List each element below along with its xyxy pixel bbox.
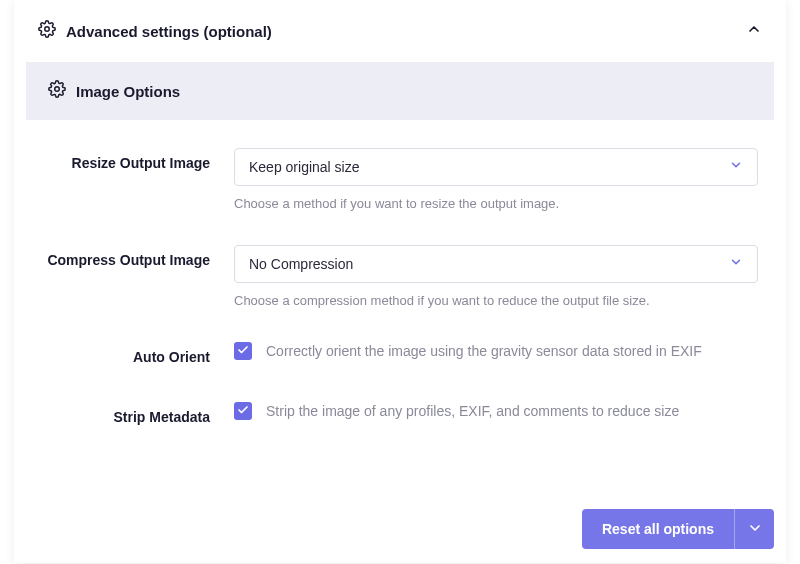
svg-point-1	[55, 87, 60, 92]
compress-control: No Compression Choose a compression meth…	[234, 245, 758, 308]
auto-orient-row: Auto Orient Correctly orient the image u…	[42, 342, 758, 368]
svg-point-0	[45, 27, 50, 32]
strip-metadata-row: Strip Metadata Strip the image of any pr…	[42, 402, 758, 428]
compress-helper: Choose a compression method if you want …	[234, 293, 758, 308]
resize-value: Keep original size	[249, 159, 360, 175]
chevron-down-icon	[729, 158, 743, 176]
gear-icon	[38, 20, 56, 42]
panel-header[interactable]: Advanced settings (optional)	[14, 0, 786, 62]
check-icon	[237, 342, 249, 360]
reset-dropdown-button[interactable]	[734, 509, 774, 549]
check-icon	[237, 402, 249, 420]
compress-select[interactable]: No Compression	[234, 245, 758, 283]
auto-orient-label: Auto Orient	[42, 342, 234, 368]
strip-metadata-description: Strip the image of any profiles, EXIF, a…	[266, 403, 679, 419]
strip-metadata-label: Strip Metadata	[42, 402, 234, 428]
advanced-settings-panel: Advanced settings (optional) Image Optio…	[14, 0, 786, 563]
resize-select[interactable]: Keep original size	[234, 148, 758, 186]
resize-row: Resize Output Image Keep original size C…	[42, 148, 758, 211]
auto-orient-checkbox[interactable]	[234, 342, 252, 360]
reset-all-button[interactable]: Reset all options	[582, 509, 734, 549]
chevron-down-icon	[747, 520, 763, 539]
compress-label: Compress Output Image	[42, 245, 234, 271]
image-options-header: Image Options	[26, 62, 774, 120]
chevron-down-icon	[729, 255, 743, 273]
resize-helper: Choose a method if you want to resize th…	[234, 196, 758, 211]
auto-orient-description: Correctly orient the image using the gra…	[266, 343, 702, 359]
strip-metadata-checkbox[interactable]	[234, 402, 252, 420]
panel-footer: Reset all options	[14, 469, 786, 563]
auto-orient-control: Correctly orient the image using the gra…	[234, 342, 758, 360]
resize-label: Resize Output Image	[42, 148, 234, 174]
form-area: Resize Output Image Keep original size C…	[14, 120, 786, 469]
resize-control: Keep original size Choose a method if yo…	[234, 148, 758, 211]
gear-icon	[48, 80, 66, 102]
compress-value: No Compression	[249, 256, 353, 272]
reset-button-group: Reset all options	[582, 509, 774, 549]
panel-title: Advanced settings (optional)	[66, 23, 272, 40]
compress-row: Compress Output Image No Compression Cho…	[42, 245, 758, 308]
strip-metadata-control: Strip the image of any profiles, EXIF, a…	[234, 402, 758, 420]
chevron-up-icon[interactable]	[746, 21, 762, 41]
section-title: Image Options	[76, 83, 180, 100]
header-left: Advanced settings (optional)	[38, 20, 272, 42]
